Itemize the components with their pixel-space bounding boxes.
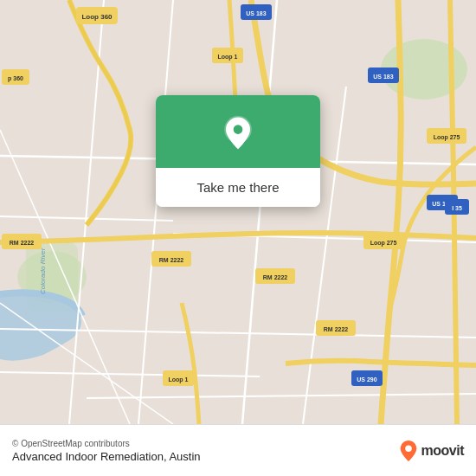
svg-text:I 35: I 35 [452,205,462,211]
popup-green-area [156,95,320,168]
svg-text:Loop 275: Loop 275 [434,134,460,141]
svg-text:RM 2222: RM 2222 [10,240,35,246]
svg-text:US 183: US 183 [373,74,393,80]
bottom-bar: © OpenStreetMap contributors Advanced In… [0,424,476,476]
svg-text:Loop 360: Loop 360 [81,13,113,21]
moovit-logo: moovit [399,440,464,462]
svg-text:Loop 1: Loop 1 [218,54,238,61]
moovit-pin-icon [399,440,418,462]
svg-text:RM 2222: RM 2222 [263,274,288,280]
svg-text:RM 2222: RM 2222 [324,326,349,332]
moovit-text: moovit [421,443,464,459]
svg-text:Loop 1: Loop 1 [169,376,189,383]
osm-attribution: © OpenStreetMap contributors [12,439,201,448]
svg-text:p 360: p 360 [8,75,23,82]
svg-text:US 183: US 183 [246,10,266,16]
svg-point-49 [405,445,411,451]
location-label: Advanced Indoor Remediation, Austin [12,450,201,463]
svg-text:Colorado River: Colorado River [39,248,47,294]
take-me-there-button[interactable]: Take me there [156,168,320,207]
svg-point-48 [234,125,243,134]
location-pin-icon [219,114,257,152]
svg-text:US 290: US 290 [357,376,376,383]
bottom-left: © OpenStreetMap contributors Advanced In… [12,439,201,463]
svg-text:RM 2222: RM 2222 [159,257,184,263]
popup-card: Take me there [156,95,320,207]
map-container: Loop 360 US 183 Loop 1 US 183 Loop 275 U… [0,0,476,424]
svg-text:Loop 275: Loop 275 [370,240,397,247]
